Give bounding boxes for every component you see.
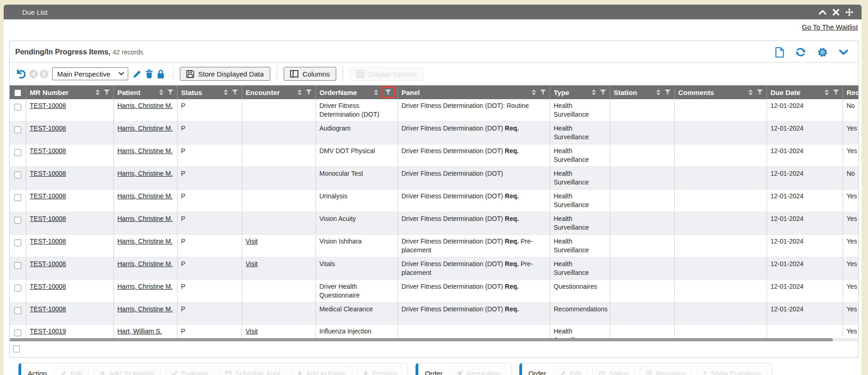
- column-header-patient[interactable]: Patient: [113, 85, 177, 99]
- column-header-order[interactable]: OrderName: [315, 85, 398, 99]
- edit-button[interactable]: Edit: [553, 366, 588, 375]
- patient-link[interactable]: Harris, Christine M.: [118, 305, 173, 313]
- edit-button[interactable]: Edit: [54, 366, 89, 375]
- mr-number-link[interactable]: TEST-10008: [30, 102, 66, 109]
- sort-icon[interactable]: [374, 89, 378, 95]
- row-checkbox[interactable]: [14, 329, 21, 336]
- column-header-encounter[interactable]: Encounter: [242, 85, 315, 99]
- row-checkbox[interactable]: [14, 194, 21, 201]
- revisions-button[interactable]: Revisions: [640, 366, 692, 375]
- filter-icon[interactable]: [167, 89, 173, 95]
- row-checkbox[interactable]: [14, 172, 21, 179]
- mr-number-link[interactable]: TEST-10008: [30, 238, 66, 245]
- requisition-button[interactable]: Requisition: [450, 366, 507, 375]
- column-header-station[interactable]: Station: [610, 85, 674, 99]
- lock-icon[interactable]: [157, 69, 165, 79]
- new-document-icon[interactable]: [775, 47, 784, 58]
- refresh-icon[interactable]: [795, 47, 806, 58]
- add-to-waitlist-button[interactable]: Add To Waitlist: [93, 366, 161, 375]
- schedule-appt-button[interactable]: Schedule Appt: [219, 366, 286, 375]
- filter-icon[interactable]: [104, 89, 110, 95]
- next-icon[interactable]: [40, 70, 48, 78]
- filter-icon[interactable]: [833, 89, 839, 95]
- row-checkbox[interactable]: [14, 104, 21, 111]
- mr-number-link[interactable]: TEST-10008: [30, 260, 66, 268]
- row-checkbox[interactable]: [14, 239, 21, 246]
- sort-icon[interactable]: [95, 89, 100, 95]
- filter-icon[interactable]: [232, 89, 238, 95]
- patient-link[interactable]: Harris, Christine M.: [118, 125, 173, 132]
- columns-button[interactable]: Columns: [284, 67, 336, 81]
- column-header-req[interactable]: Req: [843, 85, 858, 99]
- patient-link[interactable]: Harris, Christine M.: [118, 238, 173, 245]
- mr-number-link[interactable]: TEST-10008: [30, 283, 66, 290]
- mr-number-link[interactable]: TEST-10008: [30, 192, 66, 200]
- patient-link[interactable]: Harris, Christine M.: [118, 147, 173, 155]
- move-icon[interactable]: [845, 8, 853, 16]
- store-displayed-data-button[interactable]: Store Displayed Data: [180, 67, 270, 81]
- perform-button[interactable]: Perform: [357, 366, 403, 375]
- visit-link[interactable]: Visit: [246, 238, 258, 245]
- patient-link[interactable]: Harris, Christine M.: [118, 102, 173, 109]
- display-options-button[interactable]: Display Options: [350, 67, 423, 81]
- mr-number-link[interactable]: TEST-10008: [30, 170, 66, 177]
- patient-link[interactable]: Harris, Christine M.: [118, 192, 173, 200]
- sort-icon[interactable]: [592, 89, 596, 95]
- column-header-type[interactable]: Type: [550, 85, 610, 99]
- add-to-exam-button[interactable]: Add to Exam: [291, 366, 352, 375]
- row-checkbox[interactable]: [14, 262, 21, 269]
- visit-link[interactable]: Visit: [246, 260, 258, 268]
- horizontal-scrollbar[interactable]: [10, 338, 858, 341]
- previous-icon[interactable]: [29, 70, 38, 78]
- select-all-checkbox[interactable]: [14, 89, 21, 96]
- row-checkbox[interactable]: [13, 345, 20, 352]
- column-header-comments[interactable]: Comments: [674, 85, 767, 99]
- delete-trash-icon[interactable]: [145, 69, 153, 78]
- scrollbar-thumb[interactable]: [10, 338, 833, 341]
- filter-icon[interactable]: [540, 89, 546, 95]
- column-header-panel[interactable]: Panel: [398, 85, 550, 99]
- patient-link[interactable]: Harris, Christine M.: [118, 260, 173, 268]
- filter-icon[interactable]: [757, 89, 763, 95]
- status-button[interactable]: Status: [592, 366, 636, 375]
- sort-icon[interactable]: [532, 89, 536, 95]
- edit-pencil-icon[interactable]: [133, 70, 142, 78]
- sort-icon[interactable]: [825, 89, 829, 95]
- filter-icon[interactable]: [600, 89, 606, 95]
- collapse-chevron-icon[interactable]: [839, 49, 848, 55]
- settings-gear-icon[interactable]: [817, 47, 828, 58]
- filter-icon[interactable]: [306, 89, 312, 95]
- filter-icon[interactable]: [385, 89, 391, 95]
- row-checkbox[interactable]: [14, 285, 21, 292]
- mr-number-link[interactable]: TEST-10008: [30, 215, 66, 222]
- column-header-status[interactable]: Status: [177, 85, 242, 99]
- patient-link[interactable]: Harris, Christine M.: [118, 215, 173, 222]
- row-checkbox[interactable]: [14, 149, 21, 156]
- sort-icon[interactable]: [297, 89, 302, 95]
- close-icon[interactable]: [832, 9, 839, 16]
- filter-icon[interactable]: [665, 89, 671, 95]
- row-checkbox[interactable]: [14, 126, 21, 133]
- evaluate-button[interactable]: Evaluate: [165, 366, 214, 375]
- patient-link[interactable]: Harris, Christine M.: [118, 283, 173, 290]
- collapse-icon[interactable]: [819, 10, 826, 15]
- patient-link[interactable]: Harris, Christine M.: [118, 170, 173, 177]
- show-questions-button[interactable]: ?Show Questions: [696, 366, 767, 375]
- patient-link[interactable]: Hart, William S.: [118, 327, 162, 335]
- go-to-waitlist-link[interactable]: Go To The Waitlist: [802, 23, 858, 31]
- perspective-select[interactable]: Main Perspective: [52, 67, 128, 80]
- sort-icon[interactable]: [159, 89, 163, 95]
- mr-number-link[interactable]: TEST-10008: [30, 305, 66, 313]
- row-checkbox[interactable]: [14, 307, 21, 314]
- mr-number-link[interactable]: TEST-10008: [30, 125, 66, 132]
- sort-icon[interactable]: [224, 89, 228, 95]
- visit-link[interactable]: Visit: [246, 327, 258, 335]
- mr-number-link[interactable]: TEST-10008: [30, 147, 66, 155]
- row-checkbox[interactable]: [14, 217, 21, 224]
- sort-icon[interactable]: [749, 89, 753, 95]
- sort-icon[interactable]: [656, 89, 660, 95]
- column-header-due[interactable]: Due Date: [767, 85, 843, 99]
- undo-icon[interactable]: [15, 68, 26, 79]
- column-header-mr[interactable]: MR Number: [26, 85, 113, 99]
- mr-number-link[interactable]: TEST-10019: [30, 327, 66, 335]
